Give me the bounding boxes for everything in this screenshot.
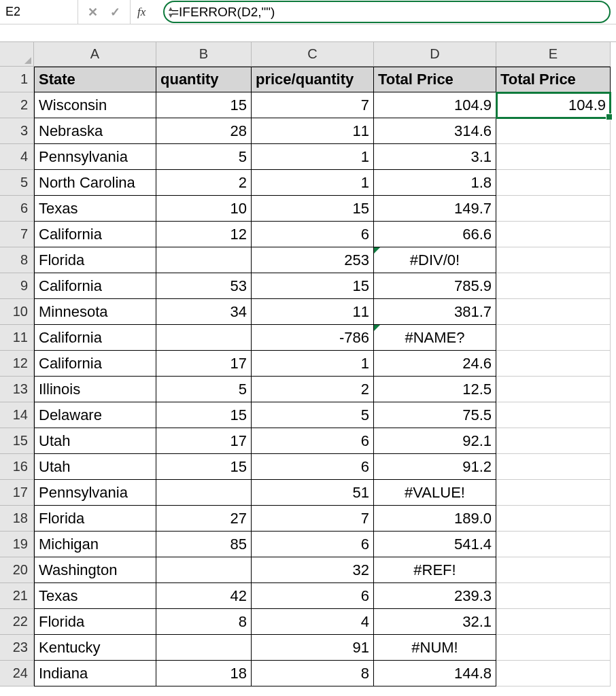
cell-B17[interactable]: [156, 480, 252, 506]
cell-D2[interactable]: 104.9: [374, 92, 496, 118]
cell-A9[interactable]: California: [34, 273, 156, 299]
header-cell-A[interactable]: State: [34, 67, 156, 92]
cell-C13[interactable]: 2: [252, 377, 374, 402]
cell-E10[interactable]: [496, 299, 611, 325]
cell-B9[interactable]: 53: [156, 273, 252, 299]
cell-E19[interactable]: [496, 532, 611, 557]
cell-B16[interactable]: 15: [156, 454, 252, 480]
cell-C7[interactable]: 6: [252, 222, 374, 247]
cell-B21[interactable]: 42: [156, 583, 252, 609]
row-header-7[interactable]: 7: [0, 222, 34, 247]
spreadsheet-grid[interactable]: A B C D E 1Statequantityprice/quantityTo…: [0, 42, 616, 686]
cell-B6[interactable]: 10: [156, 196, 252, 222]
cell-B19[interactable]: 85: [156, 532, 252, 557]
cell-C3[interactable]: 11: [252, 118, 374, 144]
cell-A7[interactable]: California: [34, 222, 156, 247]
fx-label[interactable]: fx: [131, 5, 151, 19]
cell-A18[interactable]: Florida: [34, 506, 156, 532]
cell-E9[interactable]: [496, 273, 611, 299]
row-header-5[interactable]: 5: [0, 170, 34, 196]
cell-E18[interactable]: [496, 506, 611, 532]
cell-B7[interactable]: 12: [156, 222, 252, 247]
cell-A19[interactable]: Michigan: [34, 532, 156, 557]
cell-E16[interactable]: [496, 454, 611, 480]
cell-E13[interactable]: [496, 377, 611, 402]
row-header-22[interactable]: 22: [0, 609, 34, 635]
cell-B14[interactable]: 15: [156, 402, 252, 428]
cell-D20[interactable]: #REF!: [374, 557, 496, 583]
cell-C10[interactable]: 11: [252, 299, 374, 325]
cell-E12[interactable]: [496, 351, 611, 377]
cell-B22[interactable]: 8: [156, 609, 252, 635]
cell-A5[interactable]: North Carolina: [34, 170, 156, 196]
cell-A17[interactable]: Pennsylvania: [34, 480, 156, 506]
cell-D16[interactable]: 91.2: [374, 454, 496, 480]
cell-D9[interactable]: 785.9: [374, 273, 496, 299]
cell-A12[interactable]: California: [34, 351, 156, 377]
cell-A21[interactable]: Texas: [34, 583, 156, 609]
cell-D13[interactable]: 12.5: [374, 377, 496, 402]
cell-B20[interactable]: [156, 557, 252, 583]
cell-D17[interactable]: #VALUE!: [374, 480, 496, 506]
column-header-A[interactable]: A: [34, 42, 156, 67]
cell-D21[interactable]: 239.3: [374, 583, 496, 609]
cell-D12[interactable]: 24.6: [374, 351, 496, 377]
cell-A4[interactable]: Pennsylvania: [34, 144, 156, 170]
cell-B8[interactable]: [156, 247, 252, 273]
cell-E4[interactable]: [496, 144, 611, 170]
cell-C12[interactable]: 1: [252, 351, 374, 377]
cell-D11[interactable]: #NAME?: [374, 325, 496, 351]
cell-B15[interactable]: 17: [156, 428, 252, 454]
cell-E14[interactable]: [496, 402, 611, 428]
cell-C8[interactable]: 253: [252, 247, 374, 273]
cell-E3[interactable]: [496, 118, 611, 144]
row-header-11[interactable]: 11: [0, 325, 34, 351]
cell-A2[interactable]: Wisconsin: [34, 92, 156, 118]
cell-C16[interactable]: 6: [252, 454, 374, 480]
cell-C5[interactable]: 1: [252, 170, 374, 196]
row-header-21[interactable]: 21: [0, 583, 34, 609]
cell-B18[interactable]: 27: [156, 506, 252, 532]
cell-D22[interactable]: 32.1: [374, 609, 496, 635]
cell-A22[interactable]: Florida: [34, 609, 156, 635]
row-header-1[interactable]: 1: [0, 67, 34, 92]
cell-C20[interactable]: 32: [252, 557, 374, 583]
row-header-23[interactable]: 23: [0, 635, 34, 661]
cell-A3[interactable]: Nebraska: [34, 118, 156, 144]
row-header-10[interactable]: 10: [0, 299, 34, 325]
cell-A23[interactable]: Kentucky: [34, 635, 156, 661]
cell-E20[interactable]: [496, 557, 611, 583]
cell-B2[interactable]: 15: [156, 92, 252, 118]
row-header-16[interactable]: 16: [0, 454, 34, 480]
cell-D6[interactable]: 149.7: [374, 196, 496, 222]
row-header-14[interactable]: 14: [0, 402, 34, 428]
cell-D14[interactable]: 75.5: [374, 402, 496, 428]
cell-A11[interactable]: California: [34, 325, 156, 351]
cell-E24[interactable]: [496, 661, 611, 686]
cell-D8[interactable]: #DIV/0!: [374, 247, 496, 273]
cell-C9[interactable]: 15: [252, 273, 374, 299]
cell-A13[interactable]: Illinois: [34, 377, 156, 402]
header-cell-B[interactable]: quantity: [156, 67, 252, 92]
cell-D10[interactable]: 381.7: [374, 299, 496, 325]
cell-B5[interactable]: 2: [156, 170, 252, 196]
cell-C17[interactable]: 51: [252, 480, 374, 506]
row-header-3[interactable]: 3: [0, 118, 34, 144]
cell-E11[interactable]: [496, 325, 611, 351]
cell-C14[interactable]: 5: [252, 402, 374, 428]
row-header-9[interactable]: 9: [0, 273, 34, 299]
column-header-C[interactable]: C: [252, 42, 374, 67]
row-header-8[interactable]: 8: [0, 247, 34, 273]
row-header-2[interactable]: 2: [0, 92, 34, 118]
cell-E21[interactable]: [496, 583, 611, 609]
cell-C23[interactable]: 91: [252, 635, 374, 661]
cell-C22[interactable]: 4: [252, 609, 374, 635]
cell-D19[interactable]: 541.4: [374, 532, 496, 557]
cell-B13[interactable]: 5: [156, 377, 252, 402]
cell-A8[interactable]: Florida: [34, 247, 156, 273]
cell-A24[interactable]: Indiana: [34, 661, 156, 686]
cell-C24[interactable]: 8: [252, 661, 374, 686]
row-header-20[interactable]: 20: [0, 557, 34, 583]
cell-D7[interactable]: 66.6: [374, 222, 496, 247]
cell-D23[interactable]: #NUM!: [374, 635, 496, 661]
